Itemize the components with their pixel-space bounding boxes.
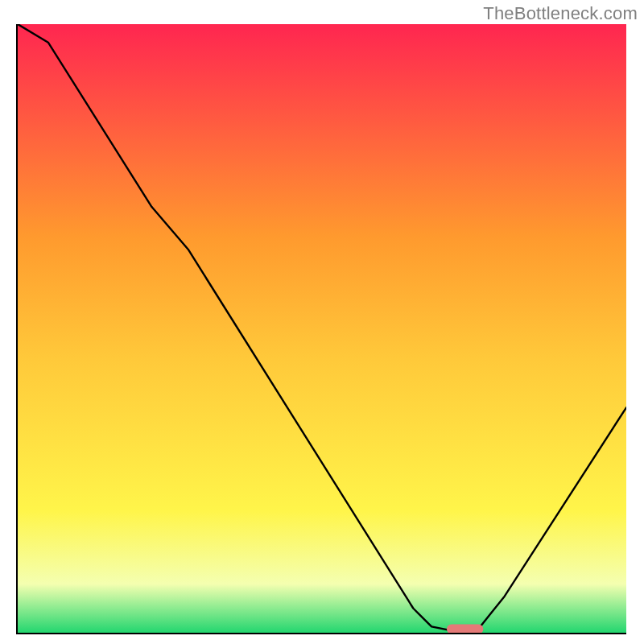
chart-curve-layer xyxy=(18,24,626,633)
watermark-text: TheBottleneck.com xyxy=(483,3,638,24)
chart-area xyxy=(16,24,626,634)
bottleneck-curve xyxy=(18,24,626,633)
optimal-marker xyxy=(447,624,483,633)
